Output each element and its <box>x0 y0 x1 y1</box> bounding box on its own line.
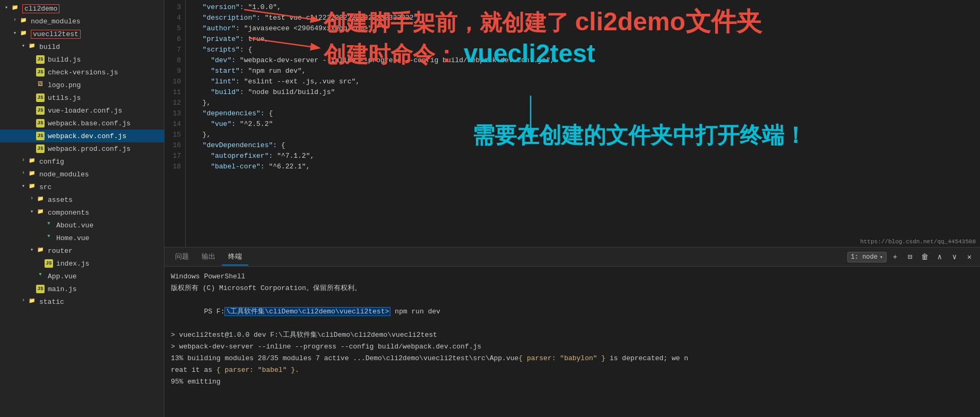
sidebar-item-vuecli2test[interactable]: 📁vuecli2test <box>0 28 164 40</box>
terminal-down-button[interactable]: ∨ <box>948 251 961 263</box>
sidebar-item-assets[interactable]: 📁assets <box>0 193 164 206</box>
terminal-output-line: > webpack-dev-server --inline --progress… <box>171 341 974 353</box>
terminal-tabs-bar: 问题 输出 终端 1: node ▾ + ⊟ 🗑 ∧ ∨ ✕ <box>164 248 980 267</box>
sidebar-item-check_versions[interactable]: JScheck-versions.js <box>0 66 164 79</box>
terminal-selector[interactable]: 1: node ▾ <box>847 252 887 262</box>
line-number: 13 <box>164 108 181 119</box>
chevron-icon <box>19 170 28 178</box>
file-icon-folder: 📁 <box>28 170 36 178</box>
chevron-icon <box>19 157 28 166</box>
sidebar-item-webpack_dev[interactable]: JSwebpack.dev.conf.js <box>0 130 164 142</box>
file-icon-js: JS <box>36 68 45 76</box>
tab-terminal[interactable]: 终端 <box>222 249 248 266</box>
terminal-controls: 1: node ▾ + ⊟ 🗑 ∧ ∨ ✕ <box>847 251 976 263</box>
terminal-copyright: 版权所有 (C) Microsoft Corporation。保留所有权利。 <box>171 283 974 294</box>
terminal-up-button[interactable]: ∧ <box>933 251 946 263</box>
file-icon-folder: 📁 <box>36 208 45 217</box>
line-number: 3 <box>164 2 181 13</box>
terminal-output-line: reat it as { parser: "babel" }. <box>171 364 974 376</box>
file-icon-vue: ▼ <box>45 221 53 229</box>
sidebar-item-vue_loader[interactable]: JSvue-loader.conf.js <box>0 104 164 117</box>
terminal-prompt: PS F: <box>204 308 224 316</box>
file-icon-folder: 📁 <box>19 17 28 25</box>
file-icon-js: JS <box>36 285 45 293</box>
file-icon-img: 🖼 <box>36 81 45 89</box>
code-line: "start": "npm run dev", <box>194 66 980 76</box>
sidebar-item-build[interactable]: 📁build <box>0 40 164 53</box>
terminal-command: npm run dev <box>391 308 440 316</box>
terminal-split-button[interactable]: ⊟ <box>904 251 916 263</box>
terminal-output-line: 13% building modules 28/35 modules 7 act… <box>171 353 974 364</box>
line-number: 18 <box>164 161 181 172</box>
sidebar-item-label: config <box>39 158 64 166</box>
sidebar-item-main_js[interactable]: JSmain.js <box>0 283 164 295</box>
chevron-icon <box>19 297 28 306</box>
sidebar-item-webpack_prod[interactable]: JSwebpack.prod.conf.js <box>0 142 164 155</box>
sidebar-item-label: vuecli2test <box>31 30 81 38</box>
editor-area: 3456789101112131415161718 "version": "1.… <box>164 0 980 247</box>
code-line: "vue": "^2.5.2" <box>194 119 980 130</box>
sidebar-item-router[interactable]: 📁router <box>0 244 164 257</box>
sidebar-item-components[interactable]: 📁components <box>0 206 164 219</box>
chevron-icon <box>11 17 19 25</box>
chevron-icon <box>28 208 36 217</box>
sidebar-item-config[interactable]: 📁config <box>0 155 164 168</box>
file-icon-folder: 📁 <box>28 183 36 191</box>
sidebar-item-label: webpack.dev.conf.js <box>48 132 126 140</box>
sidebar-item-label: check-versions.js <box>48 69 118 76</box>
file-icon-folder: 📁 <box>36 246 45 255</box>
terminal-add-button[interactable]: + <box>889 251 901 263</box>
sidebar-item-label: vue-loader.conf.js <box>48 107 122 115</box>
chevron-icon <box>28 246 36 255</box>
terminal-close-button[interactable]: ✕ <box>963 251 976 263</box>
sidebar-item-utils_js[interactable]: JSutils.js <box>0 91 164 104</box>
terminal-body[interactable]: Windows PowerShell 版权所有 (C) Microsoft Co… <box>164 267 980 417</box>
sidebar-item-label: logo.png <box>48 81 81 89</box>
sidebar-item-label: node_modules <box>31 18 81 25</box>
sidebar-item-label: build.js <box>48 56 81 64</box>
sidebar-item-static[interactable]: 📁static <box>0 295 164 308</box>
file-icon-folder: 📁 <box>19 30 28 38</box>
sidebar-item-about_vue[interactable]: ▼About.vue <box>0 219 164 232</box>
sidebar-item-label: src <box>39 183 51 191</box>
sidebar-item-cli2demo[interactable]: 📁cli2demo <box>0 2 164 15</box>
code-content: "version": "1.0.0", "description": "test… <box>186 0 980 247</box>
sidebar-item-label: utils.js <box>48 94 81 102</box>
file-icon-folder: 📁 <box>28 42 36 51</box>
sidebar-item-src[interactable]: 📁src <box>0 181 164 193</box>
line-number: 9 <box>164 66 181 76</box>
sidebar-item-home_vue[interactable]: ▼Home.vue <box>0 232 164 244</box>
file-icon-js: JS <box>36 119 45 127</box>
sidebar-item-label: main.js <box>48 285 77 293</box>
sidebar-item-webpack_base[interactable]: JSwebpack.base.conf.js <box>0 117 164 130</box>
file-icon-vue: ▼ <box>45 234 53 242</box>
sidebar-item-build_js[interactable]: JSbuild.js <box>0 53 164 66</box>
code-line: "build": "node build/build.js" <box>194 87 980 98</box>
file-icon-folder: 📁 <box>28 157 36 166</box>
terminal-panel: 问题 输出 终端 1: node ▾ + ⊟ 🗑 ∧ ∨ ✕ Windows P… <box>164 247 980 417</box>
tab-issues[interactable]: 问题 <box>169 249 195 266</box>
sidebar-item-index_js[interactable]: JSindex.js <box>0 257 164 270</box>
code-line: "author": "javaseecee <290649xxx@qq.com>… <box>194 23 980 34</box>
sidebar-item-logo_png[interactable]: 🖼logo.png <box>0 79 164 91</box>
terminal-shell-name: Windows PowerShell <box>171 271 974 283</box>
code-line: "autoprefixer": "^7.1.2", <box>194 151 980 161</box>
file-icon-folder: 📁 <box>36 195 45 204</box>
terminal-trash-button[interactable]: 🗑 <box>918 251 931 263</box>
line-number: 14 <box>164 119 181 130</box>
sidebar-item-label: cli2demo <box>22 5 59 13</box>
file-icon-folder: 📁 <box>28 297 36 306</box>
sidebar-item-node_modules_top[interactable]: 📁node_modules <box>0 15 164 28</box>
code-line: }, <box>194 130 980 140</box>
line-number: 15 <box>164 130 181 140</box>
tab-output[interactable]: 输出 <box>195 249 222 266</box>
chevron-down-icon: ▾ <box>880 254 883 260</box>
code-line: "dev": "webpack-dev-server --inline --pr… <box>194 55 980 66</box>
line-number: 10 <box>164 76 181 87</box>
terminal-output-line: > vuecli2test@1.0.0 dev F:\工具软件集\cliDemo… <box>171 329 974 341</box>
sidebar-item-label: webpack.prod.conf.js <box>48 145 131 153</box>
sidebar-item-app_vue[interactable]: ▼App.vue <box>0 270 164 283</box>
chevron-icon <box>28 195 36 204</box>
terminal-output-line: 95% emitting <box>171 376 974 388</box>
sidebar-item-node_modules_2[interactable]: 📁node_modules <box>0 168 164 181</box>
